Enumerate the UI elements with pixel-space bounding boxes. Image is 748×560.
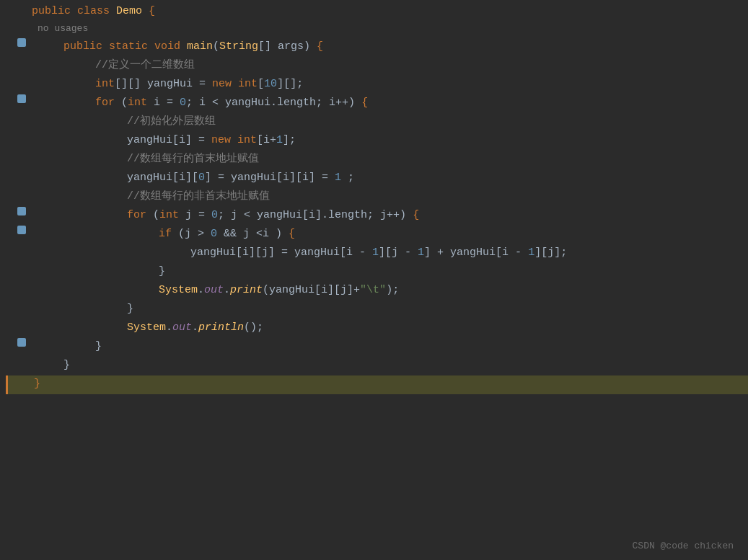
code-line-2: public static void main(String[] args) { [6, 38, 748, 57]
code-text-12: } [32, 301, 748, 318]
watermark: CSDN @code chicken [633, 541, 734, 551]
code-text-9: yangHui[i][j] = yangHui[i - 1][j - 1] + … [32, 244, 748, 262]
bookmark-2 [17, 38, 26, 47]
code-text-2: public static void main(String[] args) { [32, 38, 748, 55]
code-text-6: yangHui[i][0] = yangHui[i][i] = 1 ; [32, 169, 748, 187]
code-text-1: public class Demo { [32, 3, 748, 20]
code-line-10: } [6, 263, 748, 282]
code-text-comment2: //初始化外层数组 [32, 113, 748, 130]
code-text-3: int[][] yangHui = new int[10][]; [32, 76, 748, 93]
code-line-comment4: //数组每行的非首末地址赋值 [6, 188, 748, 207]
code-editor: public class Demo { no usages public sta… [0, 0, 748, 397]
bookmark-7 [17, 207, 26, 215]
code-text-15: } [32, 357, 748, 374]
code-text-14: } [32, 338, 748, 355]
code-line-comment2: //初始化外层数组 [6, 113, 748, 132]
code-line-3: int[][] yangHui = new int[10][]; [6, 76, 748, 94]
code-line-5: yangHui[i] = new int[i+1]; [6, 132, 748, 151]
bookmark-4 [17, 94, 26, 103]
code-text-comment1: //定义一个二维数组 [32, 57, 748, 74]
code-line-13: System.out.println(); [6, 319, 748, 338]
code-line-6: yangHui[i][0] = yangHui[i][i] = 1 ; [6, 169, 748, 188]
gutter-4 [14, 94, 29, 103]
code-line-14: } [6, 338, 748, 357]
code-line-8: if (j > 0 && j <i ) { [6, 226, 748, 244]
gutter-7 [14, 207, 29, 215]
code-line-15: } [6, 357, 748, 375]
code-text-4: for (int i = 0; i < yangHui.length; i++)… [32, 94, 748, 112]
code-line-1: public class Demo { [6, 3, 748, 22]
code-text-comment4: //数组每行的非首末地址赋值 [32, 188, 748, 205]
code-line-9: yangHui[i][j] = yangHui[i - 1][j - 1] + … [6, 244, 748, 263]
code-line-16: } [6, 375, 748, 394]
code-text-7: for (int j = 0; j < yangHui[i].length; j… [32, 207, 748, 224]
code-text-16: } [34, 375, 748, 393]
gutter-14 [14, 338, 29, 347]
gutter-8 [14, 226, 29, 234]
code-text-comment3: //数组每行的首末地址赋值 [32, 151, 748, 168]
bookmark-8 [17, 226, 26, 234]
code-text-8: if (j > 0 && j <i ) { [32, 226, 748, 243]
code-text-5: yangHui[i] = new int[i+1]; [32, 132, 748, 149]
code-text-10: } [32, 263, 748, 280]
bookmark-14 [17, 338, 26, 347]
code-text-11: System.out.print(yangHui[i][j]+"\t"); [32, 282, 748, 299]
code-line-12: } [6, 301, 748, 319]
code-line-11: System.out.print(yangHui[i][j]+"\t"); [6, 282, 748, 301]
code-line-7: for (int j = 0; j < yangHui[i].length; j… [6, 207, 748, 226]
code-line-comment3: //数组每行的首末地址赋值 [6, 151, 748, 169]
no-usages-hint: no usages [6, 22, 748, 37]
gutter-2 [14, 38, 29, 47]
code-line-4: for (int i = 0; i < yangHui.length; i++)… [6, 94, 748, 113]
code-line-comment1: //定义一个二维数组 [6, 57, 748, 76]
code-text-13: System.out.println(); [32, 319, 748, 337]
